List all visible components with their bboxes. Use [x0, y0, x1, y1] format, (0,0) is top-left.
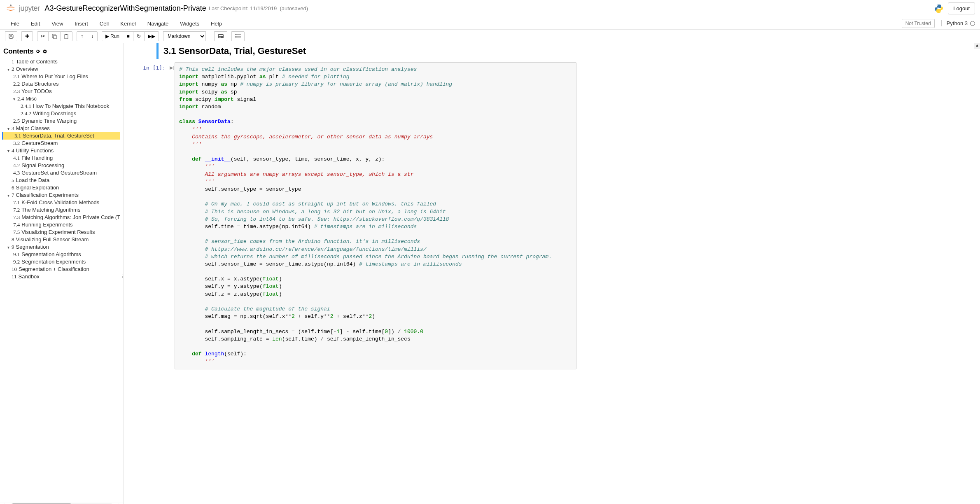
toc-link[interactable]: Where to Put Your Log Files [21, 73, 88, 79]
toc-item[interactable]: 9.1Segmentation Algorithms [3, 251, 120, 258]
copy-button[interactable] [48, 31, 61, 41]
collapse-handle-icon[interactable]: ▶| [169, 62, 175, 369]
notebook-name[interactable]: A3-GestureRecognizerWithSegmentation-Pri… [45, 4, 206, 13]
menu-help[interactable]: Help [205, 18, 228, 29]
toc-link[interactable]: Segmentation [16, 244, 49, 250]
toc-item[interactable]: 7.3Matching Algorithms: Jon Private Code… [3, 214, 120, 221]
toc-item[interactable]: 5Load the Data [3, 177, 120, 184]
kernel-name[interactable]: Python 3 [941, 20, 975, 26]
code-cell[interactable]: In [1]: ▶| # This cell includes the majo… [132, 62, 576, 369]
toc-scrollbar[interactable]: ◀ ▶ [0, 502, 123, 504]
menu-file[interactable]: File [5, 18, 25, 29]
toc-link[interactable]: SensorData, Trial, GestureSet [23, 133, 94, 139]
toc-item[interactable]: 2.4.2Writing Docstrings [3, 110, 120, 117]
toc-item[interactable]: 2.2Data Structures [3, 80, 120, 88]
toc-link[interactable]: Visualizing Experiment Results [21, 229, 95, 235]
paste-button[interactable] [60, 31, 72, 41]
toc-link[interactable]: Misc [26, 96, 37, 102]
heading-cell[interactable]: 3.1 SensorData, Trial, GestureSet [132, 43, 576, 59]
toc-item[interactable]: 2.3Your TODOs [3, 88, 120, 95]
toc-item[interactable]: 7.1K-Fold Cross Validation Methods [3, 199, 120, 206]
toc-item[interactable]: 1Table of Contents [3, 58, 120, 65]
toc-link[interactable]: Classification Experiments [16, 192, 79, 198]
notebook-scrollbar[interactable]: ▲ [974, 43, 980, 504]
toc-link[interactable]: Sandbox [19, 273, 40, 280]
toc-link[interactable]: GestureStream [21, 140, 58, 146]
scroll-up-icon[interactable]: ▲ [974, 43, 980, 49]
toc-item[interactable]: 7.5Visualizing Experiment Results [3, 229, 120, 236]
toc-item[interactable]: 2.5Dynamic Time Warping [3, 117, 120, 125]
toc-link[interactable]: Matching Algorithms: Jon Private Code (T [21, 214, 120, 220]
code-input[interactable]: # This cell includes the major classes u… [175, 62, 576, 369]
toc-link[interactable]: Signal Processing [21, 162, 64, 168]
toc-item[interactable]: 8Visualizing Full Sensor Stream [3, 236, 120, 243]
toc-settings-icon[interactable]: ✿ [43, 49, 47, 54]
toc-item[interactable]: 2.4.1How To Navigate This Notebook [3, 103, 120, 110]
toc-link[interactable]: Load the Data [16, 177, 50, 183]
toc-item[interactable]: ▾3Major Classes [3, 125, 120, 132]
toc-item[interactable]: 4.1File Handling [3, 154, 120, 162]
cell-type-select[interactable]: Markdown [163, 31, 206, 41]
toc-link[interactable]: Signal Exploration [16, 184, 59, 191]
toc-link[interactable]: Overview [16, 66, 38, 72]
save-button[interactable] [5, 31, 17, 41]
trust-indicator[interactable]: Not Trusted [902, 19, 935, 28]
toc-item[interactable]: ▾2.4Misc [3, 95, 120, 103]
move-down-button[interactable]: ↓ [87, 31, 98, 41]
toc-link[interactable]: Segmentation Algorithms [21, 251, 81, 257]
toc-item[interactable]: 3.2GestureStream [3, 140, 120, 147]
toc-item[interactable]: 9.2Segmentation Experiments [3, 258, 120, 266]
toc-item[interactable]: 7.2The Matching Algorithms [3, 206, 120, 214]
menu-edit[interactable]: Edit [25, 18, 46, 29]
command-palette-button[interactable] [214, 31, 227, 41]
toc-resize-handle[interactable]: ⋮⋮ [121, 275, 123, 292]
toc-toggle-button[interactable] [231, 31, 245, 41]
menu-navigate[interactable]: Navigate [142, 18, 174, 29]
menu-insert[interactable]: Insert [69, 18, 94, 29]
run-button[interactable]: ▶ Run [102, 31, 123, 41]
restart-button[interactable]: ↻ [133, 31, 145, 41]
toc-item[interactable]: 4.2Signal Processing [3, 162, 120, 169]
notebook-area[interactable]: ▲ 3.1 SensorData, Trial, GestureSet In [… [124, 43, 980, 504]
toc-link[interactable]: File Handling [21, 155, 53, 161]
menu-widgets[interactable]: Widgets [174, 18, 205, 29]
toc-item[interactable]: 7.4Running Experiments [3, 221, 120, 229]
toc-item[interactable]: 11Sandbox [3, 273, 120, 280]
toc-link[interactable]: Running Experiments [21, 222, 72, 228]
logout-button[interactable]: Logout [948, 2, 975, 14]
toc-link[interactable]: Writing Docstrings [33, 110, 76, 117]
interrupt-button[interactable]: ■ [123, 31, 133, 41]
toc-link[interactable]: Segmentation Experiments [21, 259, 86, 265]
toc-link[interactable]: Utility Functions [16, 147, 54, 154]
toc-item[interactable]: ▾9Segmentation [3, 243, 120, 251]
toc-link[interactable]: Table of Contents [16, 58, 58, 65]
insert-cell-button[interactable]: ✚ [21, 31, 33, 41]
toc-link[interactable]: Dynamic Time Warping [21, 118, 77, 124]
toc-item[interactable]: 4.3GestureSet and GestureStream [3, 169, 120, 177]
toc-item[interactable]: 2.1Where to Put Your Log Files [3, 73, 120, 80]
toc-item[interactable]: ▾4Utility Functions [3, 147, 120, 154]
toc-link[interactable]: Your TODOs [21, 88, 51, 94]
menu-cell[interactable]: Cell [94, 18, 114, 29]
menu-view[interactable]: View [46, 18, 69, 29]
restart-run-all-button[interactable]: ▶▶ [144, 31, 159, 41]
toc-link[interactable]: Data Structures [21, 81, 58, 87]
toc-link[interactable]: GestureSet and GestureStream [21, 170, 97, 176]
toc-num: 8 [12, 236, 14, 243]
toc-link[interactable]: Major Classes [16, 125, 50, 131]
toc-item[interactable]: ▾2Overview [3, 65, 120, 73]
toc-item[interactable]: 10Segmentation + Classification [3, 266, 120, 273]
move-up-button[interactable]: ↑ [77, 31, 87, 41]
toc-link[interactable]: The Matching Algorithms [21, 207, 80, 213]
toc-link[interactable]: Segmentation + Classification [19, 266, 89, 272]
toc-refresh-icon[interactable]: ⟳ [36, 49, 40, 54]
toc-item[interactable]: 6Signal Exploration [3, 184, 120, 191]
toc-link[interactable]: How To Navigate This Notebook [33, 103, 109, 109]
menu-kernel[interactable]: Kernel [114, 18, 142, 29]
toc-item[interactable]: 3.1SensorData, Trial, GestureSet [2, 132, 120, 140]
jupyter-logo[interactable]: jupyter [5, 3, 40, 14]
toc-link[interactable]: Visualizing Full Sensor Stream [16, 236, 89, 243]
toc-item[interactable]: ▾7Classification Experiments [3, 191, 120, 199]
toc-link[interactable]: K-Fold Cross Validation Methods [21, 199, 99, 205]
cut-button[interactable]: ✂ [37, 31, 49, 41]
